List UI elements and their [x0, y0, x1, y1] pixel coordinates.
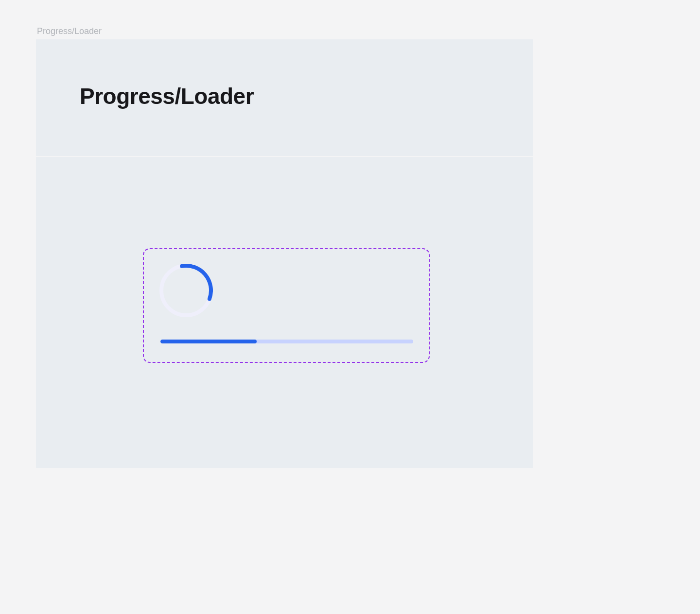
- component-frame: [143, 248, 430, 363]
- progress-bar-fill: [160, 340, 257, 343]
- spinner-loader: [159, 264, 213, 317]
- canvas-panel: [36, 157, 533, 468]
- header-panel: Progress/Loader: [36, 39, 533, 156]
- page-title: Progress/Loader: [80, 83, 489, 109]
- breadcrumb: Progress/Loader: [37, 26, 664, 36]
- progress-bar: [160, 340, 413, 343]
- spinner-arc-icon: [159, 264, 213, 317]
